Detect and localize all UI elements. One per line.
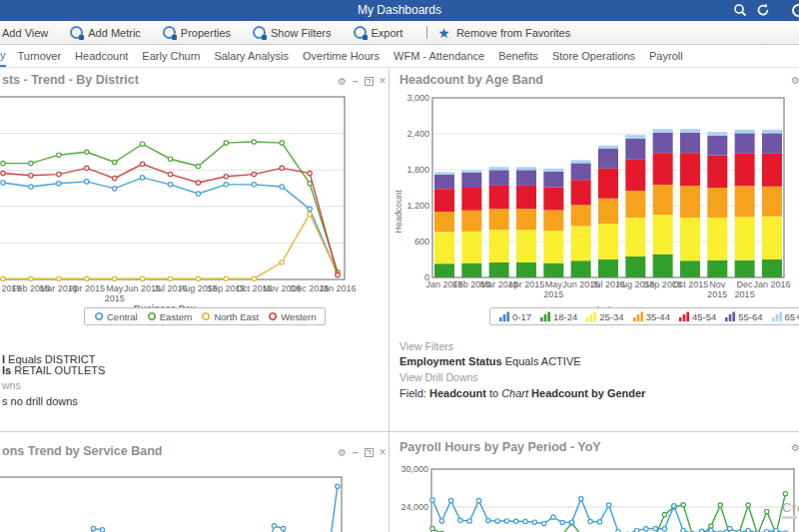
svg-text:May2015: May2015 xyxy=(105,283,125,303)
svg-text:30,000: 30,000 xyxy=(400,464,428,474)
topbar: My Dashboards xyxy=(0,0,799,21)
tab-wfm-attendance[interactable]: WFM - Attendance xyxy=(394,47,484,66)
panel-payroll-title: Payroll Hours by Pay Period - YoY xyxy=(400,440,601,454)
page-title: My Dashboards xyxy=(0,0,799,21)
ageband-legend: 0-1718-2425-3435-4445-5455-6465+ xyxy=(489,307,799,325)
mini-bars-icon xyxy=(540,311,550,321)
panel-payroll: Payroll Hours by Pay Period - YoY 30,000… xyxy=(390,432,799,532)
svg-text:600: 600 xyxy=(414,237,429,247)
search-icon[interactable] xyxy=(733,3,747,21)
serviceband-line-chart[interactable] xyxy=(0,469,390,532)
view-drilldowns-label: View Drill Downs xyxy=(400,371,478,383)
series-marker-icon xyxy=(201,311,211,321)
panel-serviceband: ons Trend by Service Band xyxy=(0,432,389,532)
toolbar-separator xyxy=(426,26,427,39)
svg-text:2,400: 2,400 xyxy=(406,129,429,139)
drill-field[interactable]: Headcount xyxy=(429,387,486,399)
show-filters-icon xyxy=(253,26,266,39)
tab-turnover[interactable]: Turnover xyxy=(18,47,62,66)
profile-icon[interactable] xyxy=(791,3,799,22)
gear-icon[interactable] xyxy=(791,443,799,453)
add-metric-icon xyxy=(70,26,83,39)
close-icon[interactable] xyxy=(380,76,387,87)
tab-store-operations[interactable]: Store Operations xyxy=(552,47,635,66)
district-legend: CentralEasternNorth EastWestern xyxy=(84,307,326,325)
minimize-icon[interactable] xyxy=(353,448,359,458)
payroll-line-chart[interactable]: 30,00024,000 xyxy=(390,454,799,532)
tab-benefits[interactable]: Benefits xyxy=(498,47,538,66)
district-filter-line-2: ls RETAIL OUTLETS xyxy=(2,364,105,376)
add-view-button[interactable]: Add View xyxy=(2,27,48,39)
series-marker-icon xyxy=(268,311,278,321)
export-button[interactable]: Export xyxy=(354,26,403,39)
svg-text:Jan 2016: Jan 2016 xyxy=(753,279,790,289)
legend-item-central[interactable]: Central xyxy=(94,311,138,322)
legend-item-45-54[interactable]: 45-54 xyxy=(679,311,716,322)
panel-ageband-controls xyxy=(791,76,799,86)
mini-bars-icon xyxy=(772,311,782,321)
legend-item-35-44[interactable]: 35-44 xyxy=(633,311,670,322)
svg-text:24,000: 24,000 xyxy=(400,502,428,512)
panel-serviceband-controls xyxy=(338,447,387,458)
tab-headcount[interactable]: Headcount xyxy=(75,47,128,66)
legend-item-18-24[interactable]: 18-24 xyxy=(540,311,577,322)
drill-target[interactable]: Headcount by Gender xyxy=(531,387,645,399)
refresh-icon[interactable] xyxy=(756,3,770,21)
svg-text:1,800: 1,800 xyxy=(406,165,429,175)
minimize-icon[interactable] xyxy=(353,77,359,87)
add-metric-button[interactable]: Add Metric xyxy=(70,26,141,39)
gear-icon[interactable] xyxy=(338,77,347,87)
close-icon[interactable] xyxy=(380,447,387,458)
panel-district-title: sts - Trend - By District xyxy=(2,73,139,87)
legend-item-25-34[interactable]: 25-34 xyxy=(586,311,623,322)
legend-item-55-64[interactable]: 55-64 xyxy=(725,311,762,322)
star-icon xyxy=(437,26,450,40)
district-drilldowns-text: s no drill downs xyxy=(2,395,78,407)
svg-text:1,200: 1,200 xyxy=(406,201,429,211)
tab-early-churn[interactable]: Early Churn xyxy=(142,47,200,66)
svg-text:Dec2015: Dec2015 xyxy=(735,279,755,299)
tab-overtime-hours[interactable]: Overtime Hours xyxy=(303,47,380,66)
remove-favorites-button[interactable]: Remove from Favorites xyxy=(437,26,570,40)
district-drilldowns-heading: wns xyxy=(2,379,21,391)
show-filters-button[interactable]: Show Filters xyxy=(253,26,332,39)
properties-icon xyxy=(163,26,176,39)
panel-payroll-controls xyxy=(791,443,799,453)
mini-bars-icon xyxy=(499,311,509,321)
vendor-watermark: Cre xyxy=(782,500,799,519)
gear-icon[interactable] xyxy=(791,76,799,86)
toolbar: Add View Add Metric Properties Show Filt… xyxy=(0,21,799,45)
legend-item-65plus[interactable]: 65+ xyxy=(772,311,799,322)
panel-ageband: Headcount by Age Band 06001,2001,8002,40… xyxy=(390,68,799,431)
tab-salary-analysis[interactable]: Salary Analysis xyxy=(214,47,289,66)
mini-bars-icon xyxy=(679,311,689,321)
legend-item-eastern[interactable]: Eastern xyxy=(147,311,193,322)
ageband-filter-line: Employment Status Equals ACTIVE xyxy=(400,355,581,367)
panel-ageband-title: Headcount by Age Band xyxy=(400,73,543,87)
tab-active[interactable]: y xyxy=(0,46,6,67)
panel-district-controls xyxy=(338,76,387,87)
tab-payroll[interactable]: Payroll xyxy=(649,47,683,66)
svg-text:Apr 2015: Apr 2015 xyxy=(508,279,545,289)
svg-text:Nov2015: Nov2015 xyxy=(707,279,727,299)
mini-bars-icon xyxy=(586,311,596,321)
mini-bars-icon xyxy=(633,311,643,321)
panel-district: sts - Trend - By District Jan 2015Feb 20… xyxy=(0,68,389,431)
ageband-bar-chart[interactable]: 06001,2001,8002,4003,000HeadcountJan 201… xyxy=(390,90,799,321)
legend-item-north-east[interactable]: North East xyxy=(201,311,259,322)
gear-icon[interactable] xyxy=(338,448,347,458)
svg-text:Jan 2016: Jan 2016 xyxy=(320,283,357,293)
popout-icon[interactable] xyxy=(365,77,374,86)
legend-item-western[interactable]: Western xyxy=(268,311,316,322)
series-marker-icon xyxy=(94,311,104,321)
district-line-chart[interactable]: Jan 2015Feb 2015Mar 2015Apr 2015May2015J… xyxy=(0,90,390,319)
svg-text:Oct 2015: Oct 2015 xyxy=(672,279,709,289)
properties-button[interactable]: Properties xyxy=(163,26,231,39)
popout-icon[interactable] xyxy=(365,448,374,457)
legend-item-0-17[interactable]: 0-17 xyxy=(499,311,531,322)
panel-serviceband-title: ons Trend by Service Band xyxy=(2,444,162,458)
view-filters-label: View Filters xyxy=(400,340,453,352)
dashboard-page: { "topbar": {"title": "My Dashboards"}, … xyxy=(0,0,799,532)
svg-text:Apr 2015: Apr 2015 xyxy=(68,283,105,293)
ageband-drilldown-line: Field: Headcount to Chart Headcount by G… xyxy=(400,387,645,399)
